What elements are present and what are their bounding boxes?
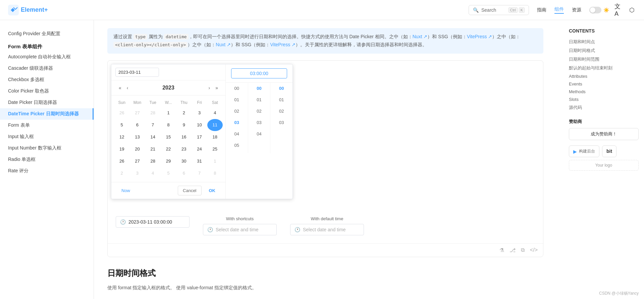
sec-03[interactable]: 03 bbox=[270, 117, 292, 128]
table-row[interactable]: 31 bbox=[192, 155, 207, 167]
table-row[interactable]: 2 bbox=[114, 167, 129, 179]
table-row[interactable]: 26 bbox=[114, 107, 129, 119]
vitepress-link[interactable]: VitePress ↗ bbox=[467, 34, 492, 39]
ok-button[interactable]: OK bbox=[204, 186, 220, 195]
table-row[interactable]: 22 bbox=[161, 143, 176, 155]
min-04[interactable]: 04 bbox=[248, 128, 270, 140]
hours-column[interactable]: 00 01 02 03 04 05 06 bbox=[226, 83, 248, 153]
hour-04[interactable]: 04 bbox=[226, 128, 248, 140]
table-row[interactable]: 7 bbox=[192, 167, 207, 179]
sidebar-item-inputnumber[interactable]: Input Number 数字输入框 bbox=[0, 142, 94, 154]
sponsor-bit[interactable]: bit bbox=[602, 145, 616, 157]
table-row[interactable]: 16 bbox=[176, 131, 192, 143]
table-row[interactable]: 25 bbox=[207, 143, 223, 155]
nuxt-link[interactable]: Nuxt ↗ bbox=[413, 34, 428, 39]
table-row[interactable]: 6 bbox=[176, 167, 192, 179]
sidebar-item-checkbox[interactable]: Checkbox 多选框 bbox=[0, 74, 94, 85]
table-row[interactable]: 24 bbox=[192, 143, 207, 155]
toc-item-slots[interactable]: Slots bbox=[569, 96, 639, 103]
hour-03[interactable]: 03 bbox=[226, 117, 248, 128]
table-row[interactable]: 29 bbox=[161, 155, 176, 167]
table-row[interactable]: 19 bbox=[114, 143, 129, 155]
sidebar-item-cascader[interactable]: Cascader 级联选择器 bbox=[0, 63, 94, 74]
next-month-btn[interactable]: › bbox=[207, 84, 212, 91]
table-row[interactable]: 18 bbox=[207, 131, 223, 143]
sidebar-item-config[interactable]: Config Provider 全局配置 bbox=[0, 28, 94, 40]
hour-02[interactable]: 02 bbox=[226, 106, 248, 117]
table-row[interactable]: 1 bbox=[207, 155, 223, 167]
hour-05[interactable]: 05 bbox=[226, 140, 248, 151]
toc-item-format[interactable]: 日期时间格式 bbox=[569, 46, 639, 55]
table-row[interactable]: 4 bbox=[207, 107, 223, 119]
toc-item-attributes[interactable]: Attributes bbox=[569, 72, 639, 80]
table-row[interactable]: 21 bbox=[145, 143, 161, 155]
table-row[interactable]: 5 bbox=[161, 167, 176, 179]
your-logo[interactable]: Your logo bbox=[569, 160, 639, 171]
table-row[interactable]: 28 bbox=[145, 107, 161, 119]
table-row[interactable]: 13 bbox=[129, 131, 145, 143]
next-year-btn[interactable]: » bbox=[213, 84, 220, 91]
sec-02[interactable]: 02 bbox=[270, 106, 292, 117]
nav-resources[interactable]: 资源 bbox=[572, 7, 581, 13]
min-01[interactable]: 01 bbox=[248, 94, 270, 106]
toolbar-flask-icon[interactable]: ⚗ bbox=[499, 247, 504, 253]
table-row[interactable]: 28 bbox=[145, 155, 161, 167]
translate-icon[interactable]: 文A bbox=[614, 6, 623, 14]
table-row[interactable]: 27 bbox=[129, 107, 145, 119]
nav-components[interactable]: 组件 bbox=[554, 6, 564, 14]
theme-toggle[interactable]: ☀️ bbox=[589, 7, 609, 13]
toc-item-datetime[interactable]: 日期和时间点 bbox=[569, 38, 639, 46]
selected-day[interactable]: 11 bbox=[207, 119, 223, 131]
become-sponsor-button[interactable]: 成为赞助商！ bbox=[569, 128, 639, 140]
logo[interactable]: Element+ bbox=[8, 5, 48, 15]
cancel-button[interactable]: Cancel bbox=[178, 186, 201, 195]
prev-year-btn[interactable]: « bbox=[117, 84, 123, 91]
main-datetime-input[interactable]: 🕐 2023-03-11 03:00:00 bbox=[116, 216, 190, 228]
sidebar-item-datepicker[interactable]: Date Picker 日期选择器 bbox=[0, 97, 94, 108]
seconds-column[interactable]: 00 01 02 03 bbox=[270, 83, 292, 153]
min-03[interactable]: 03 bbox=[248, 117, 270, 128]
table-row[interactable]: 8 bbox=[161, 119, 176, 131]
sidebar-item-datetimepicker[interactable]: DateTime Picker 日期时间选择器 bbox=[0, 108, 94, 120]
sponsor-jianli[interactable]: ▶ 构建后台 bbox=[569, 145, 599, 157]
table-row[interactable]: 14 bbox=[145, 131, 161, 143]
now-button[interactable]: Now bbox=[117, 186, 135, 195]
sidebar-item-form[interactable]: Form 表单 bbox=[0, 120, 94, 131]
sidebar-item-input[interactable]: Input 输入框 bbox=[0, 131, 94, 142]
sidebar-item-colorpicker[interactable]: Color Picker 取色器 bbox=[0, 85, 94, 97]
toolbar-copy-icon[interactable]: ⧉ bbox=[521, 247, 525, 253]
sidebar-item-radio[interactable]: Radio 单选框 bbox=[0, 154, 94, 165]
table-row[interactable]: 12 bbox=[114, 131, 129, 143]
min-02[interactable]: 02 bbox=[248, 106, 270, 117]
toc-item-range[interactable]: 日期和时间范围 bbox=[569, 55, 639, 64]
table-row[interactable]: 26 bbox=[114, 155, 129, 167]
table-row[interactable]: 1 bbox=[161, 107, 176, 119]
toolbar-github-icon[interactable]: ⎇ bbox=[509, 247, 516, 253]
date-input[interactable] bbox=[115, 68, 159, 77]
table-row[interactable]: 4 bbox=[145, 167, 161, 179]
table-row[interactable]: 17 bbox=[192, 131, 207, 143]
table-row[interactable]: 6 bbox=[129, 119, 145, 131]
time-input[interactable] bbox=[231, 68, 287, 78]
table-row[interactable]: 3 bbox=[129, 167, 145, 179]
table-row[interactable]: 8 bbox=[207, 167, 223, 179]
default-time-datetime-input[interactable]: 🕐 Select date and time bbox=[290, 224, 364, 235]
minutes-column[interactable]: 00 01 02 03 04 bbox=[248, 83, 271, 153]
toc-item-methods[interactable]: Methods bbox=[569, 88, 639, 96]
table-row[interactable]: 9 bbox=[176, 119, 192, 131]
search-bar[interactable]: 🔍 Search Ctrl K bbox=[469, 5, 529, 15]
toc-item-default[interactable]: 默认的起始与结束时刻 bbox=[569, 64, 639, 72]
sec-00[interactable]: 00 bbox=[270, 83, 292, 94]
nav-guide[interactable]: 指南 bbox=[537, 7, 546, 13]
table-row[interactable]: 27 bbox=[129, 155, 145, 167]
table-row[interactable]: 3 bbox=[192, 107, 207, 119]
sec-01[interactable]: 01 bbox=[270, 94, 292, 106]
sidebar-item-rate[interactable]: Rate 评分 bbox=[0, 165, 94, 177]
table-row[interactable]: 7 bbox=[145, 119, 161, 131]
toolbar-code-icon[interactable]: </> bbox=[530, 247, 538, 253]
hour-00[interactable]: 00 bbox=[226, 83, 248, 94]
table-row[interactable]: 30 bbox=[176, 155, 192, 167]
github-icon[interactable]: ⬡ bbox=[628, 6, 636, 14]
prev-month-btn[interactable]: ‹ bbox=[125, 84, 130, 91]
table-row[interactable]: 5 bbox=[114, 119, 129, 131]
